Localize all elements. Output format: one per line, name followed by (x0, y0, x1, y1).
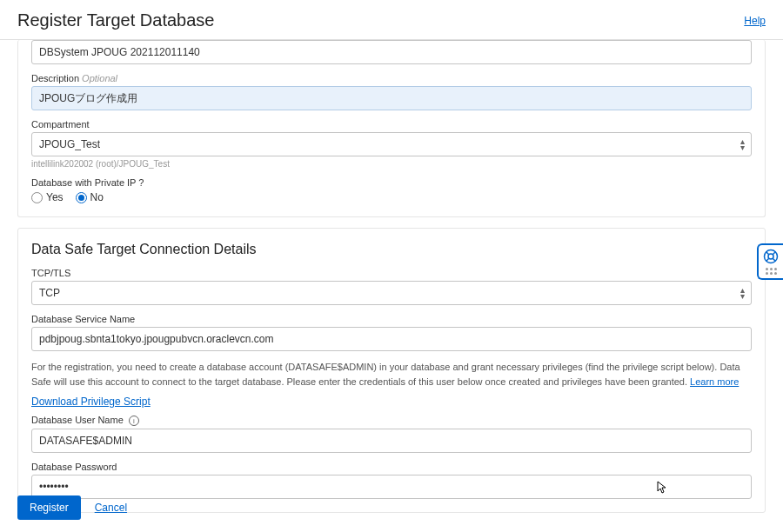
service-name-input[interactable] (31, 327, 752, 351)
svg-point-1 (768, 254, 773, 259)
help-link[interactable]: Help (744, 15, 766, 27)
tcptls-label: TCP/TLS (31, 268, 752, 278)
connection-details-title: Data Safe Target Connection Details (31, 242, 752, 257)
db-user-label: Database User Name i (31, 415, 752, 426)
compartment-breadcrumb: intellilink202002 (root)/JPOUG_Test (31, 159, 752, 169)
service-name-label: Database Service Name (31, 314, 752, 324)
tcptls-select[interactable] (31, 281, 752, 305)
private-ip-yes-radio[interactable]: Yes (31, 191, 64, 203)
db-password-label: Database Password (31, 462, 752, 472)
svg-line-4 (766, 258, 769, 261)
registration-hint: For the registration, you need to create… (31, 360, 752, 389)
private-ip-no-radio[interactable]: No (76, 191, 104, 203)
help-widget[interactable] (757, 243, 783, 280)
connection-details-panel: Data Safe Target Connection Details TCP/… (17, 228, 766, 513)
compartment-select[interactable] (31, 132, 752, 156)
grid-dots-icon (766, 268, 777, 275)
radio-no-label: No (90, 191, 104, 203)
main-info-panel: Description Optional Compartment ▴▾ inte… (17, 40, 766, 217)
db-user-input[interactable] (31, 429, 752, 453)
download-privilege-script-link[interactable]: Download Privilege Script (31, 396, 151, 408)
private-ip-label: Database with Private IP ? (31, 177, 752, 188)
info-icon[interactable]: i (129, 416, 139, 426)
svg-line-5 (773, 258, 775, 261)
svg-line-3 (773, 252, 775, 255)
svg-line-2 (766, 252, 769, 255)
radio-yes-label: Yes (46, 191, 64, 203)
compartment-label: Compartment (31, 119, 752, 130)
dbsystem-name-input[interactable] (31, 40, 752, 64)
page-title: Register Target Database (17, 10, 214, 30)
cancel-button[interactable]: Cancel (95, 502, 127, 514)
description-input[interactable] (31, 86, 752, 110)
description-label: Description Optional (31, 73, 752, 83)
lifebuoy-icon (763, 249, 779, 264)
register-button[interactable]: Register (17, 495, 81, 520)
learn-more-link[interactable]: Learn more (690, 376, 739, 387)
